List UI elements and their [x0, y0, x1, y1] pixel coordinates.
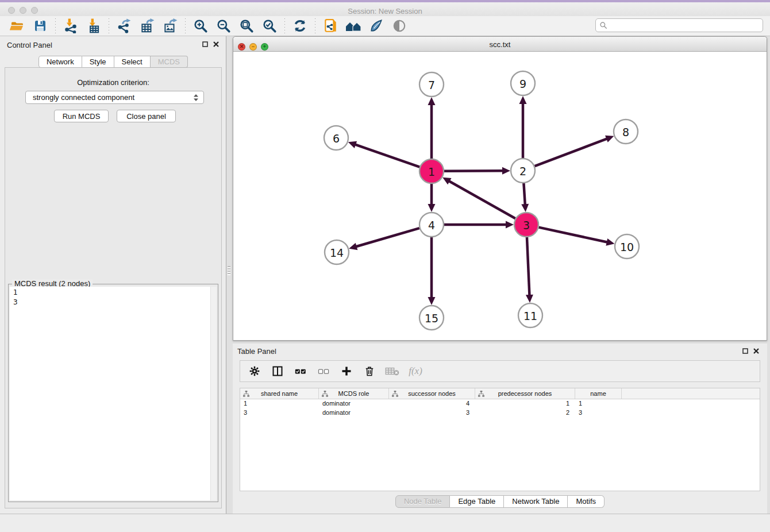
node-label-14: 14 — [330, 246, 344, 259]
edge-3-1[interactable] — [449, 181, 515, 219]
edge-2-8[interactable] — [535, 138, 608, 166]
select-all-columns-button[interactable] — [293, 364, 308, 379]
tab-mcds[interactable]: MCDS — [151, 56, 188, 68]
table-settings-button[interactable] — [247, 364, 262, 379]
float-table-panel-icon[interactable] — [742, 348, 748, 354]
import-network-button[interactable] — [59, 17, 82, 34]
edge-3-10[interactable] — [538, 228, 607, 242]
create-column-button[interactable] — [339, 364, 354, 379]
tab-motifs[interactable]: Motifs — [568, 495, 605, 508]
edge-3-11[interactable] — [527, 237, 530, 296]
table-cell[interactable]: 2 — [475, 408, 575, 418]
export-table-button[interactable] — [136, 17, 159, 34]
search-input[interactable] — [595, 18, 763, 32]
node-label-15: 15 — [425, 312, 438, 325]
show-columns-button[interactable] — [270, 364, 285, 379]
run-mcds-button[interactable]: Run MCDS — [54, 110, 109, 122]
table-cell[interactable]: 1 — [475, 399, 575, 408]
table-cell[interactable]: dominator — [319, 399, 389, 408]
float-panel-icon[interactable] — [202, 41, 208, 47]
table-cell[interactable]: 1 — [240, 399, 319, 408]
export-image-button[interactable] — [159, 17, 182, 34]
mcds-result-text[interactable]: 1 3 — [10, 287, 211, 500]
table-cell[interactable]: 3 — [389, 408, 475, 418]
open-session-button[interactable] — [6, 17, 29, 34]
table-row[interactable]: 1dominator411 — [240, 399, 760, 408]
panel-splitter-handle[interactable] — [228, 266, 230, 275]
network-window-title: scc.txt — [233, 40, 767, 49]
import-table-button[interactable] — [82, 17, 105, 34]
node-label-4: 4 — [428, 219, 435, 232]
select-stepper-icon — [193, 94, 199, 102]
toolbar-separator — [315, 18, 315, 33]
first-neighbors-button[interactable] — [342, 17, 365, 34]
open-folder-icon — [10, 19, 25, 33]
control-panel-title: Control Panel — [7, 41, 52, 49]
node-label-6: 6 — [333, 132, 340, 145]
tab-network[interactable]: Network — [38, 56, 82, 68]
close-panel-icon[interactable] — [213, 41, 219, 47]
edge-arrowhead — [526, 295, 533, 303]
save-session-button[interactable] — [29, 17, 52, 34]
zoom-selected-button[interactable] — [258, 17, 281, 34]
refresh-layout-button[interactable] — [288, 17, 311, 34]
close-panel-button[interactable]: Close panel — [117, 110, 176, 122]
tab-select[interactable]: Select — [114, 56, 151, 68]
tab-edge-table[interactable]: Edge Table — [450, 495, 504, 508]
table-header-row: shared nameMCDS rolesuccessor nodesprede… — [240, 388, 760, 399]
column-header-MCDS-role[interactable]: MCDS role — [319, 388, 389, 399]
control-panel: Control Panel NetworkStyleSelectMCDS Opt… — [0, 36, 226, 514]
table-row[interactable]: 3dominator323 — [240, 408, 760, 418]
control-panel-tabs: NetworkStyleSelectMCDS — [0, 56, 226, 68]
columns-icon — [272, 365, 283, 377]
criterion-select[interactable]: strongly connected component — [25, 91, 204, 104]
import-table-icon — [86, 18, 101, 33]
deselect-all-columns-button[interactable] — [316, 364, 331, 379]
node-table[interactable]: shared nameMCDS rolesuccessor nodesprede… — [240, 388, 760, 491]
zoom-out-icon — [216, 18, 231, 33]
close-table-panel-icon[interactable] — [753, 348, 759, 354]
table-cell[interactable]: 4 — [389, 399, 475, 408]
network-graph[interactable]: 7968124314101511 — [233, 52, 767, 340]
network-view-window[interactable]: ✕−+ scc.txt 7968124314101511 — [233, 36, 767, 341]
export-network-button[interactable] — [113, 17, 136, 34]
edge-1-2[interactable] — [444, 171, 503, 171]
apply-style-button[interactable] — [365, 17, 388, 34]
duplicate-network-icon — [323, 18, 338, 33]
zoom-in-button[interactable] — [189, 17, 212, 34]
mcds-result-scrollbar[interactable] — [210, 287, 217, 500]
table-toolbar: f(x) — [240, 360, 760, 382]
plus-icon — [341, 365, 352, 377]
zoom-out-button[interactable] — [212, 17, 235, 34]
edge-1-6[interactable] — [355, 144, 419, 167]
edge-4-14[interactable] — [356, 228, 419, 246]
zoom-fit-button[interactable] — [235, 17, 258, 34]
table-cell[interactable]: 3 — [240, 408, 319, 418]
tab-network-table[interactable]: Network Table — [504, 495, 568, 508]
edge-2-3[interactable] — [523, 183, 525, 205]
table-panel-title: Table Panel — [237, 347, 276, 356]
edge-arrowhead — [502, 167, 510, 175]
column-header-predecessor-nodes[interactable]: predecessor nodes — [475, 388, 575, 399]
tab-style[interactable]: Style — [82, 56, 114, 68]
edge-arrowhead — [519, 96, 527, 104]
column-header-name[interactable]: name — [575, 388, 622, 399]
delete-table-icon — [385, 366, 400, 376]
main-titlebar[interactable]: Session: New Session — [0, 2, 770, 16]
column-header-successor-nodes[interactable]: successor nodes — [389, 388, 475, 399]
duplicate-network-button[interactable] — [319, 17, 342, 34]
network-window-titlebar[interactable]: ✕−+ scc.txt — [233, 37, 767, 52]
show-hide-button[interactable] — [388, 17, 411, 34]
column-header-shared-name[interactable]: shared name — [240, 388, 319, 399]
toolbar-separator — [185, 18, 186, 33]
table-cell[interactable]: 3 — [575, 408, 622, 418]
network-canvas[interactable]: 7968124314101511 — [233, 52, 767, 340]
edge-arrowhead — [506, 221, 514, 229]
eye-icon — [392, 18, 407, 33]
application-window: Session: New Session — [0, 0, 770, 532]
table-cell[interactable]: 1 — [575, 399, 622, 408]
delete-column-button[interactable] — [362, 364, 377, 379]
table-cell[interactable]: dominator — [319, 408, 389, 418]
paintbrush-icon — [369, 18, 384, 33]
tab-node-table[interactable]: Node Table — [395, 495, 451, 508]
